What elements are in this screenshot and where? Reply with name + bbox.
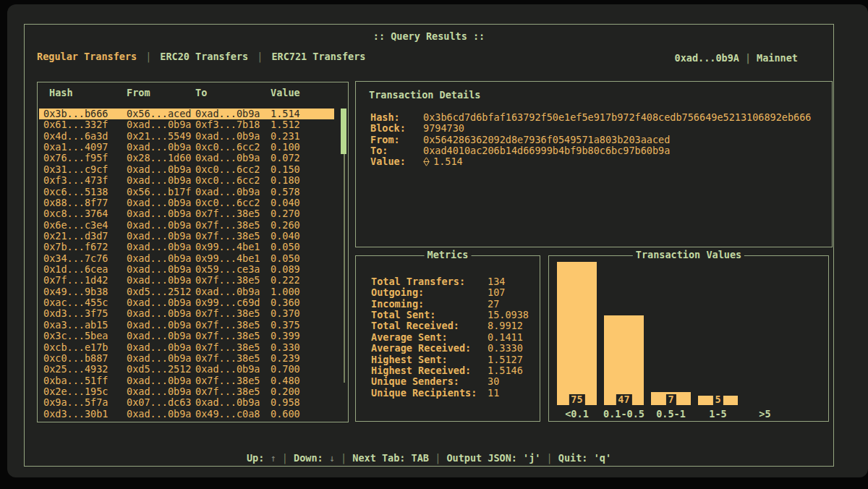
- column-header-from: From: [127, 88, 150, 98]
- bar-chart-plot: 75<0.1470.1-0.570.5-151-5>5: [549, 256, 828, 421]
- metric-value: 1.5146: [488, 365, 523, 376]
- cell-to: 0x7f...38e5: [195, 342, 260, 353]
- table-row[interactable]: 0x2e...195c0xad...0b9a0x7f...38e50.200: [39, 386, 334, 397]
- cell-value: 0.222: [271, 275, 300, 286]
- tab-erc20-transfers[interactable]: ERC20 Transfers: [160, 51, 248, 62]
- details-panel-title: Transaction Details: [369, 90, 480, 101]
- table-row[interactable]: 0x4d...6a3d0x21...55490xad...0b9a0.231: [39, 131, 334, 142]
- tab-regular-transfers[interactable]: Regular Transfers: [37, 51, 137, 62]
- cell-from: 0xad...0b9a: [127, 208, 191, 219]
- cell-from: 0xad...0b9a: [127, 119, 191, 130]
- metric-value: 11: [488, 388, 499, 399]
- footer-hint-up: Up:: [247, 452, 271, 464]
- table-row[interactable]: 0xd3...30b10xad...0b9a0x49...c0a80.600: [39, 409, 334, 420]
- cell-to: 0xf3...7b18: [195, 119, 260, 130]
- cell-from: 0xad...0b9a: [127, 375, 191, 386]
- cell-value: 0.958: [271, 397, 300, 408]
- cell-value: 0.040: [271, 197, 300, 208]
- table-row[interactable]: 0xc8...37640xad...0b9a0x7f...38e50.270: [39, 208, 334, 219]
- table-row[interactable]: 0x88...8f770xad...0b9a0xc0...6cc20.040: [39, 197, 334, 208]
- cell-hash: 0xac...455c: [43, 297, 108, 308]
- bar-value-label: 47: [616, 394, 631, 405]
- cell-from: 0xad...0b9a: [127, 275, 191, 286]
- bar-value-label: 7: [665, 394, 676, 405]
- table-row[interactable]: 0x49...9b380xd5...25120xad...0b9a1.000: [39, 286, 334, 297]
- cell-value: 0.360: [271, 297, 300, 308]
- table-row[interactable]: 0xa3...ab150xad...0b9a0x7f...38e50.375: [39, 320, 334, 331]
- transaction-values-chart-panel: Transaction Values 75<0.1470.1-0.570.5-1…: [548, 255, 829, 422]
- cell-value: 0.089: [271, 264, 300, 275]
- metric-average-sent: Average Sent:0.1411: [371, 332, 535, 343]
- detail-field-block: Block:9794730: [370, 123, 825, 134]
- table-row[interactable]: 0xcb...e17b0xad...0b9a0x7f...38e50.330: [39, 342, 334, 353]
- cell-hash: 0xc8...3764: [43, 208, 108, 219]
- detail-field-hash: Hash:0x3b6cd7d6bfaf163792f50e1ef5e917b97…: [370, 112, 825, 123]
- table-row[interactable]: 0x25...49320xd5...25120xad...0b9a0.700: [39, 364, 334, 375]
- metric-value: 0.1411: [488, 332, 523, 343]
- cell-to: 0x49...c0a8: [195, 409, 260, 420]
- metric-label: Highest Sent:: [371, 354, 448, 365]
- detail-label: Value:: [370, 156, 406, 167]
- cell-from: 0xad...0b9a: [127, 409, 191, 420]
- cell-to: 0x7f...38e5: [195, 320, 260, 331]
- table-row[interactable]: 0xba...51ff0xad...0b9a0x7f...38e50.480: [39, 375, 334, 386]
- table-row[interactable]: 0x7f...1d420xad...0b9a0x7f...38e50.222: [39, 275, 334, 286]
- table-row[interactable]: 0x7b...f6720xad...0b9a0x99...4be10.050: [39, 242, 334, 252]
- table-header: HashFromToValue: [38, 88, 348, 99]
- cell-value: 0.270: [271, 208, 300, 219]
- footer-hint-next-tab: Next Tab:: [352, 452, 411, 464]
- table-row[interactable]: 0xd3...3f750xad...0b9a0x7f...38e50.370: [39, 308, 334, 319]
- tab-erc721-transfers[interactable]: ERC721 Transfers: [271, 51, 365, 62]
- footer-hint-output-json: Output JSON:: [446, 452, 523, 464]
- metric-label: Average Sent:: [371, 332, 448, 343]
- cell-to: 0x7f...38e5: [195, 353, 260, 364]
- table-row[interactable]: 0x3c...5bea0xad...0b9a0x7f...38e50.399: [39, 331, 334, 341]
- cell-value: 1.514: [271, 109, 300, 119]
- tab-separator: |: [145, 51, 151, 62]
- cell-value: 1.512: [271, 119, 300, 130]
- cell-to: 0x59...ce3a: [195, 264, 260, 275]
- scrollbar-thumb[interactable]: [341, 109, 346, 154]
- table-row[interactable]: 0x3b...b6660x56...aced0xad...0b9a1.514: [39, 109, 334, 119]
- table-row[interactable]: 0x21...d3d70xad...0b9a0x7f...38e50.040: [39, 231, 334, 242]
- cell-value: 0.072: [271, 153, 300, 163]
- account-info: 0xad...0b9A|Mainnet: [675, 53, 798, 64]
- table-row[interactable]: 0x1d...6cea0xad...0b9a0x59...ce3a0.089: [39, 264, 334, 275]
- detail-value: 0xad4010ac206b14d66999b4bf9b80c6bc97b60b…: [423, 145, 670, 156]
- detail-field-to: To:0xad4010ac206b14d66999b4bf9b80c6bc97b…: [370, 145, 825, 156]
- table-row[interactable]: 0x61...332f0xad...0b9a0xf3...7b181.512: [39, 119, 334, 130]
- cell-to: 0xad...0b9a: [195, 397, 260, 408]
- detail-value: 0x3b6cd7d6bfaf163792f50e1ef5e917b972f408…: [423, 112, 811, 123]
- cell-from: 0xad...0b9a: [127, 264, 191, 275]
- cell-value: 0.578: [271, 187, 300, 197]
- footer-key-quit: 'q': [594, 452, 611, 464]
- table-row[interactable]: 0xc0...b8870xad...0b9a0x7f...38e50.239: [39, 353, 334, 364]
- cell-hash: 0x31...c9cf: [43, 164, 108, 175]
- cell-hash: 0xf3...473f: [43, 175, 108, 186]
- footer-key-next-tab: TAB: [412, 452, 429, 464]
- cell-to: 0x7f...38e5: [195, 275, 260, 286]
- table-row[interactable]: 0x76...f95f0x28...1d600xad...0b9a0.072: [39, 153, 334, 163]
- cell-hash: 0x3c...5bea: [43, 331, 108, 341]
- table-row[interactable]: 0x34...7c760xad...0b9a0x99...4be10.050: [39, 253, 334, 264]
- cell-to: 0xad...0b9a: [195, 187, 260, 197]
- cell-value: 0.480: [271, 375, 300, 386]
- table-row[interactable]: 0xac...455c0xad...0b9a0x99...c69d0.360: [39, 297, 334, 308]
- cell-hash: 0xc0...b887: [43, 353, 108, 364]
- cell-from: 0xad...0b9a: [127, 253, 191, 264]
- cell-hash: 0x76...f95f: [43, 153, 108, 163]
- cell-from: 0xad...0b9a: [127, 242, 191, 252]
- metric-label: Total Transfers:: [371, 276, 465, 287]
- table-row[interactable]: 0x31...c9cf0xad...0b9a0xc0...6cc20.150: [39, 164, 334, 175]
- table-row[interactable]: 0x9a...5f7a0x07...dc630xad...0b9a0.958: [39, 397, 334, 408]
- metric-label: Incoming:: [371, 299, 424, 310]
- tab-bar: Regular Transfers|ERC20 Transfers|ERC721…: [37, 51, 365, 62]
- table-row[interactable]: 0xa1...40970xad...0b9a0xc0...6cc20.100: [39, 142, 334, 153]
- table-row[interactable]: 0xf3...473f0xad...0b9a0xc0...6cc20.180: [39, 175, 334, 186]
- footer-hint-quit: Quit:: [558, 452, 594, 464]
- table-row[interactable]: 0xc6...51380x56...b17f0xad...0b9a0.578: [39, 187, 334, 197]
- detail-value: 0x564286362092d8e7936f0549571a803b203aac…: [423, 135, 670, 145]
- metric-label: Total Received:: [371, 320, 459, 331]
- cell-value: 0.700: [271, 364, 300, 375]
- table-row[interactable]: 0x6e...c3e40xad...0b9a0x7f...38e50.260: [39, 220, 334, 231]
